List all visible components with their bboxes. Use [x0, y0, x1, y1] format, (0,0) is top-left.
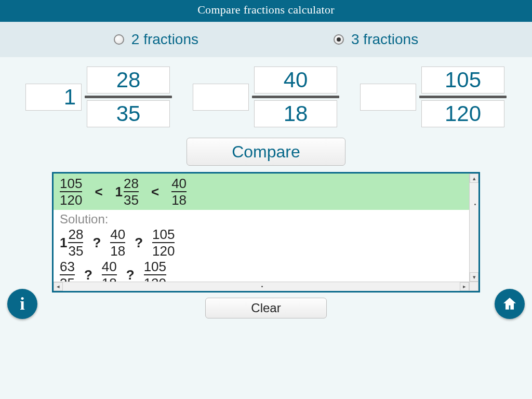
- comparison-operator: ?: [132, 235, 145, 251]
- solution-step: 12835?4018?105120: [54, 227, 469, 259]
- result-content: 105120<12835<4018 Solution: 12835?4018?1…: [54, 174, 469, 282]
- fraction-bar: [85, 96, 172, 98]
- horizontal-scrollbar[interactable]: ◂ ▸: [54, 282, 469, 291]
- fraction-input-1: [25, 66, 172, 127]
- fraction: 6335: [60, 260, 75, 282]
- radio-3-label: 3 fractions: [351, 31, 418, 48]
- fraction-input-3: [360, 66, 507, 127]
- result-panel: 105120<12835<4018 Solution: 12835?4018?1…: [52, 172, 480, 292]
- vertical-scrollbar[interactable]: ▴ ▾: [469, 174, 478, 282]
- numerator-input-2[interactable]: [254, 66, 337, 94]
- solution-steps: 12835?4018?1051206335?4018?105120: [54, 227, 469, 282]
- numerator-input-1[interactable]: [87, 66, 170, 94]
- home-icon: [501, 296, 518, 312]
- solution-step: 6335?4018?105120: [54, 259, 469, 282]
- fraction: 2835: [124, 177, 139, 207]
- scroll-right-icon[interactable]: ▸: [460, 282, 469, 291]
- whole-input-3[interactable]: [360, 84, 416, 111]
- denominator-input-1[interactable]: [87, 100, 170, 127]
- scroll-down-icon[interactable]: ▾: [470, 272, 478, 282]
- solution-label: Solution:: [54, 210, 469, 227]
- fraction: 4018: [102, 260, 117, 282]
- comparison-operator: ?: [82, 267, 95, 282]
- radio-2-fractions[interactable]: 2 fractions: [114, 31, 198, 48]
- fraction-inputs-row: [0, 66, 532, 127]
- denominator-input-2[interactable]: [254, 100, 337, 127]
- radio-dot-icon: [337, 37, 341, 42]
- result-ordered-row: 105120<12835<4018: [54, 174, 469, 210]
- numerator-input-3[interactable]: [421, 66, 504, 94]
- mixed-whole: 1: [115, 184, 123, 200]
- denominator-input-3[interactable]: [421, 100, 504, 127]
- radio-circle-icon: [114, 34, 124, 45]
- scroll-corner: [469, 282, 478, 291]
- fraction: 105120: [60, 177, 82, 207]
- scroll-up-icon[interactable]: ▴: [470, 174, 478, 183]
- radio-2-label: 2 fractions: [131, 31, 198, 48]
- fraction: 105120: [152, 228, 175, 258]
- scroll-left-icon[interactable]: ◂: [54, 282, 63, 291]
- fraction-input-2: [193, 66, 339, 127]
- whole-input-2[interactable]: [193, 84, 249, 111]
- mixed-whole: 1: [60, 235, 67, 251]
- fraction: 2835: [68, 228, 83, 258]
- mode-radio-group: 2 fractions 3 fractions: [0, 22, 532, 57]
- fraction: 4018: [110, 228, 125, 258]
- compare-button[interactable]: Compare: [187, 138, 345, 166]
- clear-button[interactable]: Clear: [205, 298, 327, 318]
- whole-input-1[interactable]: [25, 84, 82, 111]
- info-icon: i: [20, 294, 24, 314]
- comparison-operator: <: [92, 184, 104, 200]
- info-button[interactable]: i: [7, 289, 37, 319]
- comparison-operator: <: [149, 184, 161, 200]
- fraction: 105120: [144, 260, 166, 282]
- fraction-bar: [419, 96, 507, 98]
- fraction-bar: [252, 96, 339, 98]
- comparison-operator: ?: [90, 235, 103, 251]
- home-button[interactable]: [495, 289, 525, 319]
- fraction: 4018: [171, 177, 187, 207]
- comparison-operator: ?: [124, 267, 137, 282]
- radio-circle-icon: [334, 34, 344, 45]
- radio-3-fractions[interactable]: 3 fractions: [334, 31, 418, 48]
- page-title: Compare fractions calculator: [0, 0, 532, 22]
